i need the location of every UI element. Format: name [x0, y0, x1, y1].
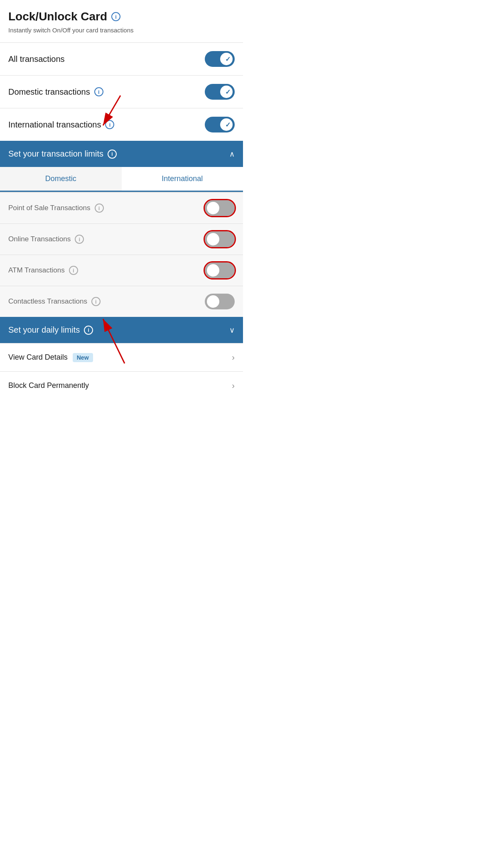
domestic-transactions-toggle[interactable]: ✓	[205, 84, 235, 100]
domestic-transactions-label: Domestic transactions	[8, 87, 90, 97]
page-title: Lock/Unlock Card	[8, 10, 107, 23]
pos-info-icon[interactable]: i	[95, 204, 104, 213]
domestic-transactions-row: Domestic transactions i ✓	[0, 75, 243, 108]
online-transactions-toggle[interactable]	[205, 231, 235, 247]
all-transactions-label: All transactions	[8, 54, 65, 64]
international-transactions-label: International transactions	[8, 120, 101, 130]
pos-transactions-label: Point of Sale Transactions	[8, 204, 91, 212]
domestic-info-icon[interactable]: i	[94, 87, 103, 96]
set-limits-chevron-icon: ∧	[229, 150, 235, 159]
atm-transactions-label: ATM Transactions	[8, 266, 65, 275]
tab-domestic[interactable]: Domestic	[0, 167, 122, 192]
atm-transactions-toggle[interactable]	[205, 262, 235, 278]
online-transactions-label: Online Transactions	[8, 235, 71, 243]
daily-limits-info-icon[interactable]: i	[84, 326, 93, 335]
international-transactions-row: International transactions i ✓	[0, 108, 243, 141]
pos-transactions-toggle[interactable]	[205, 200, 235, 216]
view-card-details-label: View Card Details	[8, 353, 68, 362]
check-icon: ✓	[225, 55, 231, 63]
contactless-info-icon[interactable]: i	[91, 297, 101, 306]
international-transactions-toggle[interactable]: ✓	[205, 117, 235, 132]
all-transactions-toggle[interactable]: ✓	[205, 51, 235, 67]
daily-limits-section-header[interactable]: Set your daily limits i ∨	[0, 317, 243, 343]
daily-limits-chevron-icon: ∨	[229, 326, 235, 335]
all-transactions-row: All transactions ✓	[0, 42, 243, 75]
block-card-label: Block Card Permanently	[8, 381, 89, 390]
view-card-details-row[interactable]: View Card Details New ›	[0, 343, 243, 371]
header-subtitle: Instantly switch On/Off your card transa…	[8, 27, 134, 34]
header-info-icon[interactable]: i	[111, 12, 120, 21]
set-limits-section-header[interactable]: Set your transaction limits i ∧	[0, 141, 243, 167]
atm-transactions-row: ATM Transactions i	[0, 255, 243, 286]
tab-bar: Domestic International	[0, 167, 243, 192]
tab-international[interactable]: International	[122, 167, 243, 192]
set-limits-title: Set your transaction limits	[8, 149, 103, 159]
check-icon: ✓	[225, 121, 231, 129]
contactless-transactions-toggle[interactable]	[205, 294, 235, 309]
contactless-transactions-row: Contactless Transactions i	[0, 286, 243, 317]
daily-limits-title: Set your daily limits	[8, 325, 80, 335]
check-icon: ✓	[225, 88, 231, 96]
set-limits-info-icon[interactable]: i	[108, 150, 117, 159]
contactless-transactions-label: Contactless Transactions	[8, 297, 87, 306]
online-transactions-row: Online Transactions i	[0, 223, 243, 255]
online-info-icon[interactable]: i	[75, 235, 84, 244]
pos-transactions-row: Point of Sale Transactions i	[0, 192, 243, 223]
international-info-icon[interactable]: i	[105, 120, 114, 129]
header-section: Lock/Unlock Card i Instantly switch On/O…	[0, 0, 243, 42]
block-card-row[interactable]: Block Card Permanently ›	[0, 371, 243, 400]
new-badge: New	[73, 353, 93, 362]
block-card-chevron-icon: ›	[232, 381, 235, 390]
view-card-details-chevron-icon: ›	[232, 353, 235, 362]
atm-info-icon[interactable]: i	[69, 266, 78, 275]
